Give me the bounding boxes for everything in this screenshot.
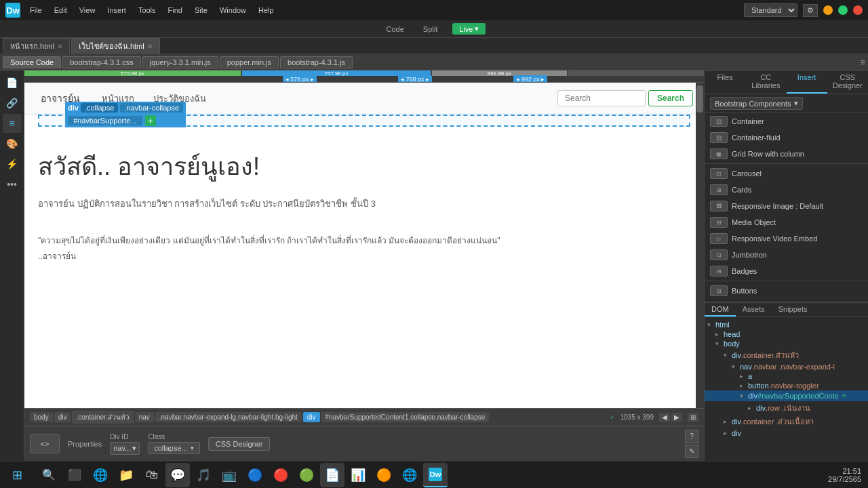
component-carousel[interactable]: ◫ Carousel [705,165,868,182]
dom-tab-assets[interactable]: Assets [736,303,772,317]
dom-row[interactable]: ▸ div .row .เน้นงาน [705,401,868,415]
file-tab-source[interactable]: Source Code [3,56,61,68]
standard-dropdown[interactable]: Standard [744,3,797,17]
tab-files[interactable]: Files [705,70,745,94]
tab-css-designer[interactable]: CSS Designer [827,70,868,94]
taskbar-netflix[interactable]: 📺 [217,463,241,487]
menu-file[interactable]: File [24,4,47,16]
file-tab-jquery[interactable]: jquery-3.3.1.min.js [142,56,218,68]
split-button[interactable]: Split [419,24,441,35]
taskbar-taskview[interactable]: ⬛ [62,463,87,487]
menu-find[interactable]: Find [163,4,188,16]
dom-html[interactable]: ▾ html [705,320,868,329]
component-buttons[interactable]: ⊟ Buttons [705,283,868,299]
selector-class-collapse[interactable]: .collapse [81,103,118,113]
taskbar-fb[interactable]: 🔵 [243,463,267,487]
maximize-button[interactable] [838,5,848,15]
taskbar-ie[interactable]: 🌐 [397,463,422,487]
selector-class-navbar-collapse[interactable]: .navbar-collapse [120,103,183,113]
more-icon[interactable]: ••• [3,175,22,194]
component-cards[interactable]: ⊞ Cards [705,182,868,198]
breadcrumb-nav[interactable]: nav [135,412,154,422]
close-button[interactable] [853,5,863,15]
tab-insert[interactable]: Insert [787,70,827,94]
component-media-object[interactable]: ⊟ Media Object [705,214,868,230]
component-grid-row[interactable]: ▦ Grid Row with column [705,146,868,162]
dom-a[interactable]: ▸ a [705,371,868,381]
component-responsive-video[interactable]: ▷ Responsive Video Embed [705,230,868,247]
tab-home-close[interactable]: ✕ [57,43,62,50]
taskbar-search[interactable]: 🔍 [37,463,61,487]
breadcrumb-body[interactable]: body [30,412,53,422]
taskbar-dw[interactable]: Dw [423,463,448,487]
props-edit-btn[interactable]: ✎ [685,445,698,458]
dom-div-extra[interactable]: ▸ div [705,428,868,438]
minimize-button[interactable] [823,5,833,15]
taskbar-spotify[interactable]: 🎵 [191,463,216,487]
menu-window[interactable]: Window [214,4,252,16]
tab-cc-libraries[interactable]: CC Libraries [745,70,786,94]
breadcrumb-navbarsupported[interactable]: #navbarSupportedContent1.collapse.navbar… [321,412,490,422]
code-button[interactable]: Code [382,24,408,35]
breadcrumb-div2[interactable]: div [303,412,320,422]
dom-add-button[interactable]: + [842,391,846,401]
taskbar-powerpoint[interactable]: 🟠 [372,463,396,487]
taskbar-chrome[interactable]: 🟢 [294,463,319,487]
css-designer-button[interactable]: CSS Designer [208,437,271,451]
status-next-btn[interactable]: ▶ [671,413,682,422]
taskbar-store[interactable]: 🛍 [140,463,164,487]
start-button[interactable]: ⊞ [0,462,34,489]
insert-icon[interactable]: ≡ [3,114,22,133]
tab-website-close[interactable]: ✕ [147,43,153,50]
component-container[interactable]: ⊡ Container [705,113,868,129]
taskbar-word[interactable]: 📄 [320,463,344,487]
dom-container2[interactable]: ▸ div .container .ส่วนเนื้อหา [705,415,868,428]
file-tab-bootstrap-css[interactable]: bootstrap-4.3.1.css [62,56,141,68]
behaviors-icon[interactable]: ⚡ [3,155,22,174]
files-icon[interactable]: 📄 [3,73,22,92]
vertical-scrollbar[interactable] [696,83,704,408]
search-button[interactable]: Search [648,90,693,106]
taskbar-excel[interactable]: 📊 [346,463,370,487]
menu-view[interactable]: View [74,4,101,16]
taskbar-ytm[interactable]: 🔴 [269,463,293,487]
status-grid-btn[interactable]: ⊞ [688,413,698,422]
scrollbar-thumb[interactable] [696,85,703,113]
bootstrap-components-dropdown[interactable]: Bootstrap Components ▾ [710,97,803,110]
live-button[interactable]: Live ▾ [452,23,486,35]
menu-insert[interactable]: Insert [102,4,132,16]
dom-container[interactable]: ▾ div .container.ส่วนหัว [705,348,868,362]
tab-home[interactable]: หน้าแรก.html ✕ [3,38,70,54]
component-responsive-image[interactable]: 🖼 Responsive Image : Default [705,198,868,214]
dom-tab-dom[interactable]: DOM [705,303,736,317]
component-jumbotron[interactable]: ⊡ Jumbotron [705,247,868,263]
taskbar-line[interactable]: 💬 [165,463,190,487]
menu-site[interactable]: Site [189,4,213,16]
menu-tools[interactable]: Tools [133,4,161,16]
dom-tab-snippets[interactable]: Snippets [772,303,814,317]
taskbar-explorer[interactable]: 📁 [114,463,138,487]
taskbar-edge[interactable]: 🌐 [88,463,113,487]
class-dropdown[interactable]: collapse... ▾ [148,442,200,454]
component-badges[interactable]: ⊟ Badges [705,263,868,279]
file-tab-bootstrap-js[interactable]: bootstrap-4.3.1.js [280,56,353,68]
tab-website[interactable]: เว็บไซต์ของฉัน.html ✕ [71,38,160,54]
component-container-fluid[interactable]: ⊟ Container-fluid [705,129,868,146]
dom-nav[interactable]: ▾ nav .navbar .navbar-expand-l [705,362,868,371]
search-input[interactable] [557,90,646,106]
file-tab-popper[interactable]: popper.min.js [220,56,279,68]
code-button[interactable]: <> [30,434,60,453]
css-icon[interactable]: 🎨 [3,134,22,153]
filter-icon[interactable]: ≡ [861,58,865,67]
breadcrumb-container[interactable]: .container.ส่วนหัว [72,411,133,424]
breadcrumb-navbar[interactable]: .navbar.navbar-expand-lg.navbar-light.bg… [155,412,302,422]
menu-help[interactable]: Help [253,4,279,16]
assets-icon[interactable]: 🔗 [3,94,22,113]
dom-head[interactable]: ▸ head [705,329,868,339]
breadcrumb-div[interactable]: div [54,412,71,422]
dom-button[interactable]: ▸ button .navbar-toggler [705,381,868,390]
props-info-btn[interactable]: ? [685,430,698,443]
nav-select[interactable]: nav... ▾ [110,442,140,455]
gear-button[interactable]: ⚙ [803,4,818,17]
selector-add-button[interactable]: + [145,115,156,126]
